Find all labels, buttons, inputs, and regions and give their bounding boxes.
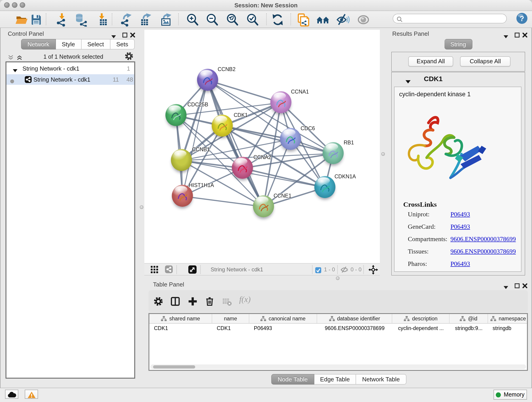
crosslink-link[interactable]: 9606.ENSP00000378699 [450, 248, 516, 255]
edge-CCNB2-CCNE1[interactable] [208, 80, 264, 207]
table-cell[interactable]: CDK1 [212, 324, 249, 333]
delete-table-icon[interactable] [222, 297, 232, 307]
tab-edge-table[interactable]: Edge Table [314, 374, 356, 385]
search-field[interactable] [393, 14, 507, 23]
birdseye-view-icon[interactable] [188, 265, 196, 275]
network-type-icon[interactable] [165, 265, 173, 275]
node-CDKN1A[interactable] [314, 176, 336, 198]
node-CCNE1[interactable] [253, 195, 274, 217]
collapse-all-button[interactable]: Collapse All [460, 56, 510, 66]
horizontal-scrollbar[interactable] [150, 364, 526, 369]
results-panel-float-icon[interactable] [515, 31, 520, 39]
selected-checkbox-icon[interactable] [315, 267, 321, 275]
node-CCNB1[interactable] [171, 149, 192, 171]
memory-button[interactable]: Memory [494, 390, 527, 400]
table-panel-float-icon[interactable] [515, 282, 520, 290]
crosslink-link[interactable]: P06493 [450, 260, 470, 268]
import-network-database-icon[interactable] [74, 13, 88, 27]
control-panel-close-icon[interactable] [130, 31, 135, 39]
node-CCNB2[interactable] [197, 69, 218, 91]
zoom-selected-icon[interactable] [246, 13, 259, 27]
import-table-file-icon[interactable] [95, 13, 109, 27]
search-input[interactable] [403, 15, 504, 23]
tab-network[interactable]: Network [21, 39, 56, 50]
tab-network-table[interactable]: Network Table [356, 374, 406, 385]
column-header-@id[interactable]: @id [450, 314, 488, 323]
warnings-button[interactable] [25, 390, 38, 399]
right-splitter-handle[interactable] [381, 152, 385, 156]
bottom-splitter-handle[interactable] [336, 276, 340, 280]
network-panel-gear-icon[interactable] [125, 52, 133, 62]
export-image-icon[interactable] [159, 13, 173, 27]
scrollbar-thumb[interactable] [153, 365, 195, 368]
save-session-icon[interactable] [29, 13, 43, 27]
table-panel-menu-icon[interactable] [504, 283, 508, 291]
export-table-icon[interactable] [139, 13, 152, 27]
column-header-description[interactable]: description [392, 314, 450, 323]
zoom-out-icon[interactable] [205, 13, 219, 27]
crosslink-link[interactable]: P06493 [450, 211, 470, 218]
column-tree-icon [404, 316, 410, 321]
table-cell[interactable]: stringdb:9... [450, 324, 488, 333]
expand-all-button[interactable]: Expand All [408, 56, 453, 66]
grid-mode-icon[interactable] [151, 266, 158, 275]
create-column-icon[interactable] [188, 297, 198, 307]
tab-node-table[interactable]: Node Table [271, 374, 314, 385]
expand-all-tree-icon[interactable] [17, 54, 22, 62]
cloud-button[interactable] [5, 390, 18, 399]
show-columns-icon[interactable] [171, 297, 181, 307]
column-header-namespace[interactable]: namespace [488, 314, 528, 323]
table-cell[interactable]: 9606.ENSP00000378699 [317, 324, 392, 333]
crosslink-link[interactable]: 9606.ENSP00000378699 [450, 236, 516, 243]
node-CDK1[interactable] [212, 115, 233, 137]
hide-selected-icon[interactable] [336, 13, 350, 27]
column-header-name[interactable]: name [212, 314, 249, 323]
table-panel-close-icon[interactable] [522, 282, 527, 290]
column-header-database-identifier[interactable]: database identifier [317, 314, 392, 323]
table-cell[interactable]: CDK1 [149, 324, 212, 333]
network-row-selected[interactable]: String Network - cdk1 11 48 [6, 74, 134, 85]
results-panel-close-icon[interactable] [522, 31, 527, 39]
tab-style[interactable]: Style [56, 39, 81, 50]
results-panel-menu-icon[interactable] [504, 32, 508, 40]
left-splitter-handle[interactable] [140, 205, 143, 209]
table-cell[interactable]: cyclin-dependent ... [392, 324, 450, 333]
edge-CCNB2-CCNA1[interactable] [208, 80, 281, 103]
collection-expand-icon[interactable] [13, 67, 17, 74]
network-canvas[interactable]: CCNB2CCNA1CDC25BCDK1CDC6RB1CCNB1CCNA2CDK… [144, 30, 380, 263]
table-gear-icon[interactable] [153, 297, 164, 307]
zoom-fit-icon[interactable] [225, 13, 239, 27]
table-cell[interactable]: stringdb [488, 324, 528, 333]
open-session-icon[interactable] [15, 13, 28, 27]
node-RB1[interactable] [323, 142, 344, 164]
collapse-all-tree-icon[interactable] [8, 54, 14, 62]
node-CCNA1[interactable] [270, 91, 291, 113]
delete-column-icon[interactable] [205, 297, 215, 307]
export-network-icon[interactable] [119, 13, 133, 27]
show-all-networks-icon[interactable] [316, 13, 330, 27]
tab-select[interactable]: Select [81, 39, 110, 50]
show-hidden-eye-icon[interactable] [356, 13, 370, 27]
refresh-network-icon[interactable] [271, 13, 285, 27]
hidden-eye-icon[interactable] [341, 266, 348, 275]
tab-sets[interactable]: Sets [110, 39, 134, 50]
entry-collapse-icon[interactable] [405, 77, 411, 86]
edge-HIST1H1A-CCNE1[interactable] [182, 196, 264, 207]
node-CCNA2[interactable] [232, 157, 253, 179]
help-icon[interactable]: ? [516, 12, 530, 26]
crosslink-link[interactable]: P06493 [450, 223, 470, 230]
column-header-canonical-name[interactable]: canonical name [249, 314, 317, 323]
import-network-file-icon[interactable] [55, 13, 69, 27]
function-builder-icon[interactable]: f(x) [239, 295, 255, 305]
node-CDC6[interactable] [280, 128, 301, 150]
fit-selected-crosshair-icon[interactable] [368, 265, 378, 276]
clone-network-icon[interactable] [296, 13, 310, 27]
table-cell[interactable]: P06493 [249, 324, 317, 333]
zoom-in-icon[interactable] [186, 13, 199, 27]
node-CDC25B[interactable] [165, 104, 186, 126]
node-HIST1H1A[interactable] [172, 185, 193, 207]
column-header-shared-name[interactable]: shared name [149, 314, 212, 323]
network-collection-row[interactable]: String Network - cdk1 1 [6, 64, 134, 74]
control-panel-float-icon[interactable] [122, 31, 127, 39]
tab-string[interactable]: String [444, 39, 472, 50]
